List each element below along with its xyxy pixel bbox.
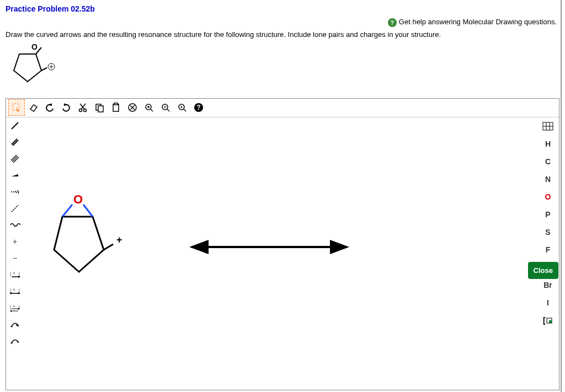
- svg-text:+: +: [13, 287, 15, 292]
- double-bond-tool[interactable]: [6, 134, 24, 151]
- svg-rect-15: [114, 103, 118, 105]
- svg-marker-37: [12, 174, 18, 176]
- curved-arrow-tool-2[interactable]: [6, 332, 24, 349]
- drawing-canvas[interactable]: O +: [24, 117, 537, 390]
- element-s[interactable]: S: [537, 223, 559, 241]
- single-bond-tool[interactable]: [6, 117, 24, 134]
- svg-text:+: +: [13, 271, 15, 276]
- svg-marker-60: [10, 310, 12, 312]
- element-f[interactable]: F: [537, 241, 559, 259]
- svg-point-62: [11, 325, 13, 327]
- editor-toolbar: ?: [6, 99, 559, 117]
- element-n[interactable]: N: [537, 170, 559, 188]
- element-toolbar: H C N O P S F Cl Br I [: [537, 117, 559, 390]
- svg-line-20: [151, 109, 153, 111]
- svg-marker-0: [14, 54, 41, 82]
- svg-line-73: [62, 205, 72, 217]
- svg-text:[: [: [543, 316, 546, 325]
- element-p[interactable]: P: [537, 206, 559, 223]
- svg-line-39: [13, 191, 14, 192]
- wedge-bond-tool[interactable]: [6, 167, 24, 184]
- periodic-table-button[interactable]: [537, 117, 559, 135]
- element-h[interactable]: H: [537, 135, 559, 153]
- paste-button[interactable]: [108, 99, 124, 116]
- redo-button[interactable]: [58, 99, 74, 116]
- svg-marker-79: [189, 240, 209, 254]
- arrow-tool-3[interactable]: +: [6, 299, 24, 316]
- element-more-button[interactable]: [: [537, 312, 559, 329]
- bond-toolbar: + − + + +: [6, 117, 24, 390]
- svg-marker-72: [54, 217, 104, 272]
- wavy-bond-tool[interactable]: [6, 217, 24, 233]
- reference-structure: O: [0, 43, 565, 93]
- triple-bond-tool[interactable]: [6, 151, 24, 167]
- svg-text:O: O: [31, 43, 38, 51]
- close-button[interactable]: Close: [528, 262, 558, 279]
- help-icon: ?: [388, 18, 397, 27]
- svg-rect-71: [549, 320, 552, 323]
- svg-line-42: [12, 205, 18, 212]
- charge-minus-tool[interactable]: −: [6, 250, 24, 266]
- svg-line-3: [41, 68, 47, 71]
- svg-line-24: [167, 109, 169, 111]
- help-button[interactable]: ?: [190, 99, 207, 116]
- charge-plus-tool[interactable]: +: [6, 233, 24, 250]
- help-link[interactable]: ?Get help answering Molecular Drawing qu…: [0, 15, 565, 28]
- select-tool[interactable]: [8, 99, 25, 116]
- svg-line-76: [104, 244, 113, 250]
- arrow-tool-2[interactable]: +: [6, 283, 24, 299]
- eraser-tool[interactable]: [25, 99, 41, 116]
- dash-bond-tool[interactable]: [6, 200, 24, 217]
- zoom-out-button[interactable]: [157, 99, 174, 116]
- clear-button[interactable]: [124, 99, 141, 116]
- element-c[interactable]: C: [537, 153, 559, 170]
- svg-point-28: [181, 106, 183, 108]
- hash-bond-tool[interactable]: [6, 184, 24, 200]
- copy-button[interactable]: [91, 99, 108, 116]
- page-title: Practice Problem 02.52b: [6, 4, 559, 13]
- svg-point-64: [11, 342, 13, 343]
- element-i[interactable]: I: [537, 294, 559, 312]
- svg-line-41: [18, 190, 19, 194]
- svg-line-74: [83, 205, 93, 217]
- svg-line-31: [12, 122, 18, 129]
- svg-rect-13: [98, 106, 103, 112]
- cut-button[interactable]: [74, 99, 91, 116]
- zoom-in-button[interactable]: [141, 99, 157, 116]
- arrow-tool-1[interactable]: +: [6, 266, 24, 283]
- zoom-fit-button[interactable]: [174, 99, 190, 116]
- svg-text:+: +: [116, 234, 122, 245]
- svg-text:+: +: [13, 304, 15, 309]
- element-o[interactable]: O: [537, 188, 559, 206]
- svg-line-27: [184, 109, 186, 111]
- svg-marker-80: [330, 240, 349, 254]
- svg-rect-14: [113, 104, 119, 111]
- svg-line-40: [15, 191, 17, 193]
- undo-button[interactable]: [41, 99, 58, 116]
- svg-text:?: ?: [196, 104, 200, 111]
- instructions-text: Draw the curved arrows and the resulting…: [0, 28, 565, 43]
- svg-text:O: O: [73, 192, 83, 206]
- curved-arrow-tool-1[interactable]: [6, 316, 24, 332]
- molecular-editor: ? + − + + + H C N O P S F Cl Br I [: [6, 98, 559, 390]
